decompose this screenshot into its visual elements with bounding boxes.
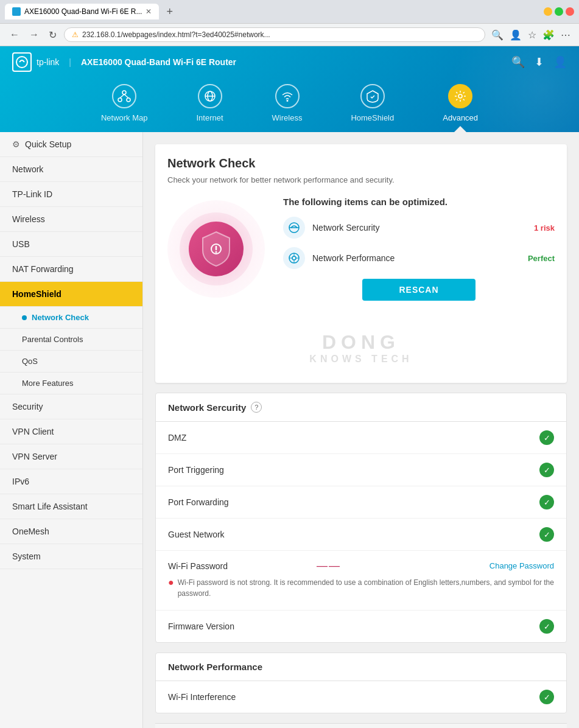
performance-section-title: Network Performance [168,662,262,672]
tab-network-map-label: Network Map [101,113,148,122]
internet-icon [198,84,222,108]
page-title: Network Check [167,156,555,170]
maximize-button[interactable] [555,7,563,16]
port-forwarding-label: Port Forwarding [168,497,539,507]
extensions-icon[interactable]: 🧩 [541,28,556,42]
search-icon[interactable]: 🔍 [490,28,505,42]
sidebar-item-usb[interactable]: USB [0,232,142,257]
port-triggering-label: Port Triggering [168,465,539,475]
sidebar-label-ipv6: IPv6 [12,477,29,486]
tplink-header: tp-link | AXE16000 Quad-Band Wi-Fi 6E Ro… [0,46,579,132]
browser-tab[interactable]: AXE16000 Quad-Band Wi-Fi 6E R... ✕ [5,4,159,19]
sidebar-item-qos[interactable]: QoS [0,351,142,373]
logo-icon [12,52,32,72]
sidebar-item-parental[interactable]: Parental Controls [0,329,142,351]
port-triggering-row: Port Triggering ✓ [156,454,566,486]
page-header-card: Network Check Check your network for bet… [155,144,567,383]
sidebar-item-more-features[interactable]: More Features [0,373,142,394]
wifi-password-label: Wi-Fi Password [168,561,309,571]
back-button[interactable]: ← [7,28,22,41]
dmz-label: DMZ [168,433,539,443]
profile-icon[interactable]: 👤 [508,28,523,42]
new-tab-button[interactable]: + [163,4,177,19]
tab-advanced[interactable]: Advanced [418,78,502,132]
sidebar-label-vpn-server: VPN Server [12,452,57,461]
tab-internet-label: Internet [196,113,223,122]
browser-toolbar: ← → ↻ ⚠ 232.168.0.1/webpages/index.html?… [0,23,579,46]
logo-text: tp-link [37,57,59,67]
page-description: Check your network for better network pe… [167,175,555,184]
sidebar-item-tplink-id[interactable]: TP-Link ID [0,182,142,207]
sidebar-label-network-check: Network Check [32,313,89,322]
sidebar-item-homeshield[interactable]: HomeShield [0,282,142,307]
sidebar-item-wireless[interactable]: Wireless [0,207,142,232]
svg-point-9 [286,100,288,102]
tab-network-map[interactable]: Network Map [77,78,172,132]
wifi-pw-top: Wi-Fi Password —— Change Password [168,559,554,572]
forward-button[interactable]: → [27,28,41,41]
sidebar-label-network: Network [12,164,43,174]
minimize-button[interactable] [544,7,552,16]
close-button[interactable] [566,7,574,16]
tab-wireless-label: Wireless [272,113,303,122]
sidebar-label-system: System [12,551,41,561]
tab-wireless[interactable]: Wireless [248,78,327,132]
tab-internet[interactable]: Internet [172,78,247,132]
wifi-password-dots: —— [317,559,341,572]
sidebar-item-onemesh[interactable]: OneMesh [0,519,142,544]
dot-icon [22,315,27,320]
refresh-button[interactable]: ↻ [46,28,59,42]
security-check-icon [283,217,305,239]
sidebar-item-vpn-client[interactable]: VPN Client [0,419,142,444]
window-controls [544,7,574,16]
tab-homeshield[interactable]: HomeShield [326,78,418,132]
port-forwarding-status-icon: ✓ [539,495,554,509]
shield-svg-icon [201,231,231,267]
download-icon[interactable]: ⬇ [535,55,544,69]
svg-line-4 [120,94,124,98]
warning-circle-icon: ● [168,577,174,588]
sidebar-item-ipv6[interactable]: IPv6 [0,469,142,494]
wifi-warning-text: Wi-Fi password is not strong. It is reco… [178,577,554,599]
sidebar-label-tplink-id: TP-Link ID [12,189,52,199]
bookmark-icon[interactable]: ☆ [527,28,538,42]
sidebar-item-network[interactable]: Network [0,157,142,182]
shield-inner-circle [189,222,244,276]
performance-check-status: Perfect [528,254,555,263]
main-nav-tabs: Network Map Internet Wirele [0,78,579,132]
change-password-link[interactable]: Change Password [490,561,554,570]
sidebar-item-system[interactable]: System [0,544,142,569]
sidebar-label-more-features: More Features [22,379,74,388]
sidebar-item-network-check[interactable]: Network Check [0,307,142,329]
watermark-line2: KNOWS TECH [167,354,555,365]
sidebar-label-qos: QoS [22,357,38,366]
check-heading: The following items can be optimized. [283,197,555,207]
sidebar-label-security: Security [12,402,43,411]
sidebar-item-vpn-server[interactable]: VPN Server [0,444,142,469]
security-icon: ⚠ [72,30,79,39]
rescan-button[interactable]: RESCAN [362,279,475,301]
wifi-password-row: Wi-Fi Password —— Change Password ● Wi-F… [156,551,566,611]
security-help-icon[interactable]: ? [251,402,262,413]
gear-icon: ⚙ [12,139,20,149]
sidebar-label-homeshield: HomeShield [12,289,61,299]
tab-close-button[interactable]: ✕ [146,7,152,16]
sidebar-item-quick-setup[interactable]: ⚙ Quick Setup [0,132,142,157]
sidebar-item-nat[interactable]: NAT Forwarding [0,257,142,282]
address-bar[interactable]: ⚠ 232.168.0.1/webpages/index.html?t=3ed4… [64,27,485,42]
user-icon[interactable]: 👤 [553,55,567,69]
sidebar-item-smart-life[interactable]: Smart Life Assistant [0,494,142,519]
main-content: Network Check Check your network for bet… [143,132,579,728]
dmz-row: DMZ ✓ [156,422,566,454]
sidebar-item-security[interactable]: Security [0,394,142,419]
watermark-line1: DONG [167,331,555,354]
search-header-icon[interactable]: 🔍 [511,55,525,69]
header-model: AXE16000 Quad-Band Wi-Fi 6E Router [81,57,236,67]
sidebar-label-quick-setup: Quick Setup [25,139,71,149]
svg-line-5 [124,94,128,98]
more-icon[interactable]: ⋯ [560,28,572,42]
wifi-interference-label: Wi-Fi Interference [168,692,539,702]
toolbar-icons: 🔍 👤 ☆ 🧩 ⋯ [490,28,572,42]
svg-point-17 [292,256,296,260]
svg-point-3 [127,98,130,102]
